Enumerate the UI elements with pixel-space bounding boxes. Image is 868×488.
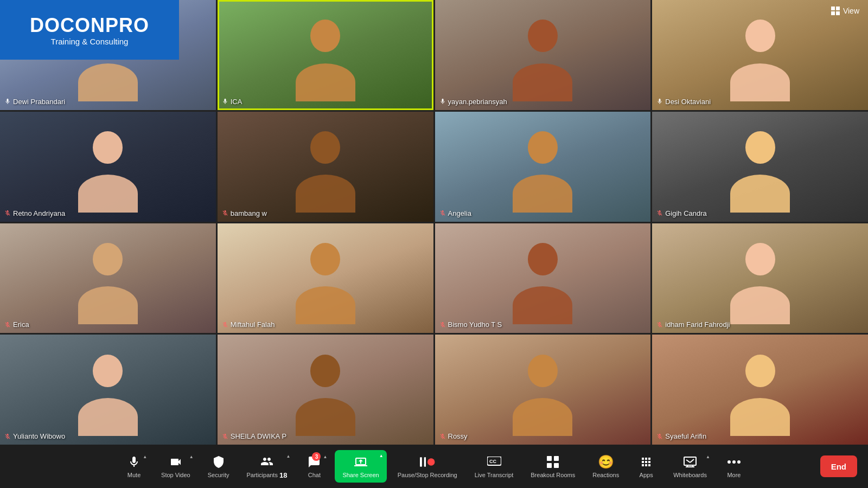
share-screen-icon bbox=[353, 454, 368, 470]
participant-name-7: Gigih Candra bbox=[656, 209, 707, 217]
view-button[interactable]: View bbox=[831, 7, 859, 15]
video-cell-7: Gigih Candra bbox=[652, 112, 868, 222]
grid-icon bbox=[831, 7, 840, 15]
security-icon bbox=[211, 454, 226, 470]
apps-label: Apps bbox=[640, 472, 653, 478]
svg-point-16 bbox=[732, 460, 736, 464]
svg-line-14 bbox=[690, 459, 694, 463]
whiteboards-chevron[interactable]: ▲ bbox=[706, 454, 710, 459]
share-screen-label: Share Screen bbox=[342, 472, 379, 478]
pause-recording-icon bbox=[420, 454, 435, 470]
svg-rect-1 bbox=[424, 457, 426, 466]
svg-rect-0 bbox=[420, 457, 422, 466]
svg-rect-8 bbox=[554, 463, 559, 468]
more-label: More bbox=[727, 472, 741, 478]
chat-badge: 3 bbox=[312, 452, 321, 461]
participant-name-9: Miftahul Falah bbox=[222, 320, 275, 329]
svg-rect-6 bbox=[554, 456, 559, 461]
participant-name-12: Yulianto Wibowo bbox=[4, 432, 65, 440]
video-cell-12: Yulianto Wibowo bbox=[0, 335, 216, 445]
participant-name-5: bambang w bbox=[222, 209, 267, 217]
svg-point-15 bbox=[727, 460, 731, 464]
participant-name-11: idham Farid Fahrodji bbox=[656, 320, 730, 329]
participants-icon bbox=[259, 454, 275, 469]
participant-name-6: Angelia bbox=[439, 209, 471, 217]
view-label: View bbox=[843, 7, 859, 15]
participants-button[interactable]: Participants 18 ▲ bbox=[240, 450, 293, 484]
reactions-label: Reactions bbox=[592, 472, 619, 478]
stop-video-label: Stop Video bbox=[161, 472, 190, 478]
chat-label: Chat bbox=[308, 472, 321, 478]
pause-recording-button[interactable]: Pause/Stop Recording bbox=[391, 450, 464, 483]
participant-name-8: Erica bbox=[4, 320, 29, 329]
video-cell-15: Syaeful Arifin bbox=[652, 335, 868, 445]
svg-rect-7 bbox=[547, 463, 552, 468]
chat-button[interactable]: 3 Chat ▲ bbox=[298, 450, 330, 483]
mute-icon bbox=[126, 454, 142, 470]
end-button[interactable]: End bbox=[820, 455, 857, 477]
brand-name: DOCONPRO bbox=[30, 14, 149, 37]
live-transcript-label: Live Transcript bbox=[475, 472, 514, 478]
svg-line-13 bbox=[686, 460, 690, 463]
video-cell-2: yayan.pebriansyah bbox=[435, 0, 651, 110]
svg-rect-9 bbox=[684, 457, 696, 465]
whiteboards-icon bbox=[682, 454, 698, 470]
whiteboards-button[interactable]: Whiteboards ▲ bbox=[667, 450, 713, 483]
participant-name-14: Rossy bbox=[439, 432, 468, 440]
participant-name-4: Retno Andriyana bbox=[4, 209, 65, 217]
participant-name-1: ICA bbox=[222, 98, 242, 106]
video-cell-1: ICA bbox=[218, 0, 433, 110]
video-cell-13: SHEILA DWIKA P bbox=[218, 335, 433, 445]
apps-button[interactable]: Apps bbox=[630, 450, 662, 483]
logo-overlay: DOCONPRO Training & Consulting bbox=[0, 0, 179, 60]
video-cell-14: Rossy bbox=[435, 335, 651, 445]
participant-name-15: Syaeful Arifin bbox=[656, 432, 706, 440]
chat-chevron[interactable]: ▲ bbox=[323, 454, 327, 459]
more-button[interactable]: More bbox=[718, 450, 750, 483]
share-screen-button[interactable]: Share Screen ▲ bbox=[335, 450, 386, 483]
breakout-rooms-icon bbox=[545, 454, 560, 470]
whiteboards-label: Whiteboards bbox=[673, 472, 707, 478]
video-grid: Dewi PrabandariICAyayan.pebriansyahDesi … bbox=[0, 0, 868, 445]
video-cell-4: Retno Andriyana bbox=[0, 112, 216, 222]
participant-name-3: Desi Oktaviani bbox=[656, 98, 711, 106]
video-cell-8: Erica bbox=[0, 223, 216, 333]
video-cell-6: Angelia bbox=[435, 112, 651, 222]
participants-count: 18 bbox=[279, 471, 287, 479]
svg-point-17 bbox=[737, 460, 741, 464]
video-icon bbox=[168, 454, 183, 470]
participant-name-2: yayan.pebriansyah bbox=[439, 98, 507, 106]
more-icon bbox=[726, 454, 742, 470]
stop-video-button[interactable]: Stop Video ▲ bbox=[155, 450, 197, 483]
svg-rect-5 bbox=[547, 456, 552, 461]
breakout-rooms-label: Breakout Rooms bbox=[531, 472, 575, 478]
mute-label: Mute bbox=[127, 472, 141, 478]
svg-point-2 bbox=[427, 458, 435, 465]
toolbar: Mute ▲ Stop Video ▲ Security Participant… bbox=[0, 445, 868, 488]
participant-name-13: SHEILA DWIKA P bbox=[222, 432, 286, 440]
video-cell-10: Bismo Yudho T S bbox=[435, 223, 651, 333]
live-transcript-icon: CC bbox=[487, 454, 502, 470]
reactions-button[interactable]: 😊 Reactions bbox=[586, 450, 626, 483]
apps-icon bbox=[639, 454, 654, 470]
participant-name-0: Dewi Prabandari bbox=[4, 98, 65, 106]
svg-text:CC: CC bbox=[489, 459, 496, 464]
participants-chevron[interactable]: ▲ bbox=[286, 454, 290, 459]
security-button[interactable]: Security bbox=[201, 450, 236, 483]
breakout-rooms-button[interactable]: Breakout Rooms bbox=[524, 450, 582, 483]
live-transcript-button[interactable]: CC Live Transcript bbox=[468, 450, 520, 483]
pause-recording-label: Pause/Stop Recording bbox=[398, 472, 457, 478]
video-cell-5: bambang w bbox=[218, 112, 433, 222]
participants-label: Participants bbox=[246, 472, 277, 478]
security-label: Security bbox=[208, 472, 229, 478]
video-cell-3: Desi Oktaviani bbox=[652, 0, 868, 110]
video-chevron[interactable]: ▲ bbox=[189, 454, 194, 459]
mute-button[interactable]: Mute ▲ bbox=[118, 450, 150, 483]
reactions-icon: 😊 bbox=[598, 454, 614, 470]
mute-chevron[interactable]: ▲ bbox=[143, 454, 147, 459]
brand-tagline: Training & Consulting bbox=[51, 37, 129, 46]
video-cell-9: Miftahul Falah bbox=[218, 223, 433, 333]
participant-name-10: Bismo Yudho T S bbox=[439, 320, 502, 329]
video-cell-11: idham Farid Fahrodji bbox=[652, 223, 868, 333]
